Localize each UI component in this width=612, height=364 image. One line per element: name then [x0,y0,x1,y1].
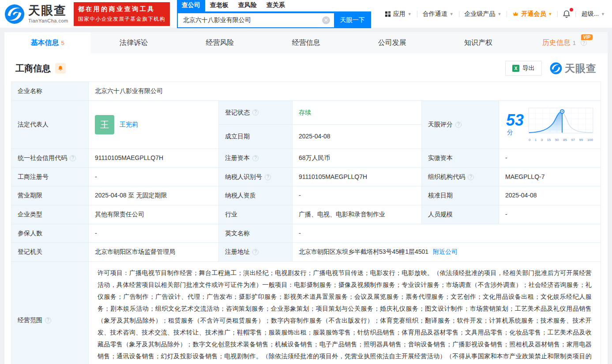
tab-label: 经营风险 [206,38,234,48]
org-code-label: 组织机构代码? [422,167,499,186]
company-name-label: 企业名称 [11,82,89,101]
nav-vip[interactable]: 开通会员 ▼ [507,10,557,18]
tab-basic-info[interactable]: 基本信息 5 [4,32,90,53]
nav-partner-label: 合作通道 [423,10,447,18]
chevron-down-icon: ▼ [498,12,502,16]
table-row: 经营范围? 许可项目：广播电视节目制作经营；舞台工程施工；演出经纪；电视剧发行；… [11,261,601,364]
score-cell[interactable]: 53分 [499,100,601,149]
business-info-table: 企业名称 北京六十八影业有限公司 法定代表人 王 王宪莉 登记状态? 存续 天眼… [11,82,601,364]
tab-intellectual-property[interactable]: 知识产权 [435,32,521,53]
tab-label: 公司发展 [378,38,406,48]
search-tab-relation[interactable]: 查关系 [262,0,290,11]
help-icon[interactable]: ? [468,174,474,180]
axis-tick-label: 3 [541,138,543,142]
table-row: 统一社会信用代码? 91110105MAEGPLLQ7H 注册资本? 68万人民… [11,149,601,168]
score-distribution-chart: 0131550859799100 [528,108,593,142]
establish-date-value: 2025-04-08 [293,125,422,149]
promo-line1: 都在用的商业查询工具 [78,5,165,13]
tab-operating-info[interactable]: 经营信息 [263,32,349,53]
tianyancha-logo[interactable]: 天眼查 TianYanCha.com [4,4,68,24]
search-tab-risk[interactable]: 查风险 [233,0,262,11]
tab-label: 历史信息 [542,38,571,48]
taxpayer-quality-label: 纳税人资质 [219,186,293,205]
paid-capital-value: - [499,149,601,168]
taxpayer-id-value: 91110105MAEGPLLQ7H [293,167,422,186]
establish-date-label: 成立日期 [219,125,293,149]
nearby-companies-link[interactable]: 附近公司 [433,248,458,256]
tab-company-development[interactable]: 公司发展 [349,32,435,53]
tab-count: 5 [61,40,64,46]
avatar[interactable]: 王 [95,115,114,134]
table-row: 企业类型 其他有限责任公司 行业 广播、电视、电影和录音制作业 人员规模 - [11,205,601,224]
tab-history-info[interactable]: VIP 历史信息 1 ? [522,32,608,53]
company-card: 基本信息 5 法律诉讼 经营风险 经营信息 公司发展 知识产权 VIP 历史信息… [4,32,608,364]
chevron-down-icon: ▼ [548,12,552,16]
basic-info-content: 工商信息 X 导出 [4,53,608,364]
tab-label: 知识产权 [464,38,492,48]
nav-enterprise[interactable]: 企业级产品 ▼ [459,10,507,18]
nav-account[interactable]: 超级... ▼ [576,10,606,18]
paid-capital-label: 实缴资本 [422,149,499,168]
company-tabbar: 基本信息 5 法律诉讼 经营风险 经营信息 公司发展 知识产权 VIP 历史信息… [4,32,608,53]
help-icon[interactable]: ? [45,317,51,323]
notification-dot [570,8,573,11]
axis-tick-label: 85 [563,138,567,142]
subscribe-bell-button[interactable] [55,63,66,74]
section-header: 工商信息 X 导出 [11,53,601,82]
help-icon[interactable]: ? [70,155,76,161]
org-code-value: MAEGPLLQ-7 [499,167,601,186]
reg-address-value: 北京市朝阳区东坝乡半截塔村53号45幢1层4501 [299,248,428,256]
page-body: 基本信息 5 法律诉讼 经营风险 经营信息 公司发展 知识产权 VIP 历史信息… [0,28,612,364]
axis-tick-label: 50 [555,138,559,142]
excel-icon: X [512,65,519,72]
tab-operating-risk[interactable]: 经营风险 [177,32,263,53]
export-button[interactable]: X 导出 [505,61,542,76]
table-row: 工商注册号 - 纳税人识别号? 91110105MAEGPLLQ7H 组织机构代… [11,167,601,186]
search-input[interactable] [177,12,334,28]
help-icon[interactable]: ? [252,109,259,115]
help-icon[interactable]: ? [581,40,587,46]
brand-name: 天眼查 [28,5,68,17]
business-term-value: 2025-04-08 至 无固定期限 [89,186,219,205]
staff-size-value: - [499,205,601,224]
search-tab-boss[interactable]: 查老板 [205,0,233,11]
credit-code-value: 91110105MAEGPLLQ7H [89,149,219,168]
help-icon[interactable]: ? [455,122,462,128]
apps-grid-icon [385,11,391,17]
business-scope-text: 许可项目：广播电视节目制作经营；舞台工程施工；演出经纪；电视剧发行；广播电视节目… [98,267,592,364]
nav-partner[interactable]: 合作通道 ▼ [417,10,459,18]
search-button[interactable]: 天眼一下 [334,12,371,28]
axis-tick-label: 0 [529,138,530,142]
help-icon[interactable]: ? [252,155,259,161]
search-tab-company[interactable]: 查公司 [177,0,205,11]
approve-date-label: 核准日期 [422,186,499,205]
top-navigation: 应用 ▼ 合作通道 ▼ 企业级产品 ▼ 开通会员 ▼ [379,10,606,19]
tab-count: 1 [573,40,576,46]
legal-rep-link[interactable]: 王宪莉 [120,120,138,129]
brand-domain: TianYanCha.com [28,19,68,23]
notification-bell[interactable] [558,10,575,19]
search-tabs: 查公司 查老板 查风险 查关系 [177,0,371,12]
industry-label: 行业 [219,205,293,224]
clear-search-icon[interactable]: ✕ [322,16,330,24]
vip-badge: VIP [581,34,593,40]
score-unit: 分 [507,129,513,136]
help-icon[interactable]: ? [252,249,259,255]
tab-legal-proceedings[interactable]: 法律诉讼 [90,32,176,53]
table-row: 登记机关 北京市朝阳区市场监督管理局 注册地址? 北京市朝阳区东坝乡半截塔村53… [11,243,601,262]
promo-line2: 国家中小企业发展子基金旗下机构 [78,15,165,23]
logo-swirl-icon [4,4,25,24]
nav-apps[interactable]: 应用 ▼ [379,10,417,18]
chevron-down-icon: ▼ [450,12,454,16]
business-term-label: 营业期限 [11,186,89,205]
crown-icon [512,11,519,17]
promo-banner: 都在用的商业查询工具 国家中小企业发展子基金旗下机构 [74,2,170,26]
taxpayer-id-label: 纳税人识别号? [219,167,293,186]
insured-count-value: - [89,224,219,243]
help-icon[interactable]: ? [265,174,271,180]
score-label: 天眼评分? [422,100,499,149]
nav-enterprise-label: 企业级产品 [465,10,496,18]
insured-count-label: 参保人数 [11,224,89,243]
top-header: 天眼查 TianYanCha.com 都在用的商业查询工具 国家中小企业发展子基… [0,0,612,28]
search-module: 查公司 查老板 查风险 查关系 ✕ 天眼一下 [177,0,371,28]
